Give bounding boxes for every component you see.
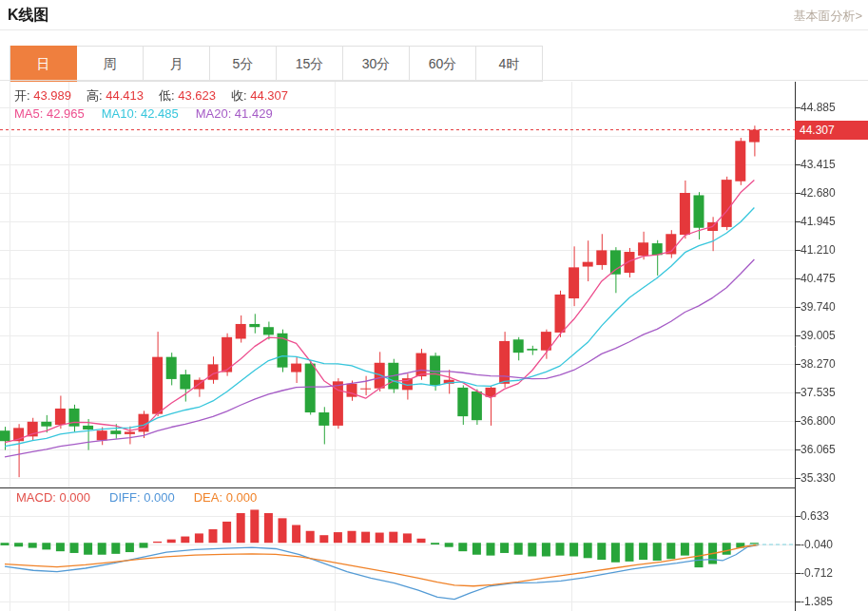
fundamental-analysis-link[interactable]: 基本面分析> — [793, 8, 862, 25]
macd-row-item: DEA: 0.000 — [194, 490, 258, 505]
macd-tick-label: -1.385 — [800, 594, 833, 609]
period-tab-4时[interactable]: 4时 — [476, 46, 543, 82]
quote-row-item: 开: 43.989 — [14, 88, 71, 103]
ohlc-readout-row: 开: 43.989高: 44.413低: 43.623收: 44.307 — [14, 87, 303, 105]
macd-tick-label: 0.633 — [800, 508, 829, 524]
ma-legend-row: MA5: 42.965MA10: 42.485MA20: 41.429 — [14, 106, 290, 121]
price-tick-label: 41.945 — [800, 214, 836, 229]
quote-row-item: 收: 44.307 — [231, 88, 288, 103]
price-tick-label: 36.065 — [800, 442, 836, 457]
ma-row-item: MA20: 41.429 — [196, 106, 273, 121]
current-price-badge: 44.307 — [795, 121, 868, 140]
quote-row-item: 低: 43.623 — [159, 88, 216, 103]
price-tick-label: 39.005 — [800, 328, 836, 343]
period-tab-strip: 日周月5分15分30分60分4时 — [10, 46, 543, 82]
price-tick-label: 44.885 — [800, 100, 836, 115]
price-tick-label: 43.415 — [800, 157, 836, 172]
price-tick-label: 38.270 — [800, 356, 836, 372]
kline-page: K线图 基本面分析> 日周月5分15分30分60分4时 开: 43.989高: … — [0, 0, 868, 611]
period-tab-周[interactable]: 周 — [77, 46, 144, 82]
price-tick-label: 35.330 — [800, 470, 836, 486]
price-tick-label: 36.800 — [800, 413, 836, 429]
period-tab-月[interactable]: 月 — [144, 46, 210, 82]
quote-row-item: 高: 44.413 — [87, 88, 144, 103]
macd-row-item: MACD: 0.000 — [16, 490, 90, 505]
price-tick-label: 40.475 — [800, 271, 836, 286]
period-tab-60分[interactable]: 60分 — [410, 46, 476, 82]
price-tick-label: 37.535 — [800, 385, 836, 400]
title-divider — [0, 29, 868, 30]
price-tick-label: 42.680 — [800, 185, 836, 200]
page-title: K线图 — [8, 6, 49, 26]
ma-row-item: MA10: 42.485 — [102, 106, 179, 121]
tab-strip-underline — [0, 80, 868, 81]
macd-row-item: DIFF: 0.000 — [109, 490, 175, 505]
macd-tick-label: -0.712 — [800, 565, 833, 581]
macd-tick-label: -0.040 — [800, 537, 833, 552]
price-tick-label: 39.740 — [800, 299, 836, 315]
period-tab-日[interactable]: 日 — [10, 46, 77, 82]
period-tab-5分[interactable]: 5分 — [210, 46, 277, 82]
period-tab-15分[interactable]: 15分 — [277, 46, 343, 82]
price-tick-label: 41.210 — [800, 242, 836, 258]
macd-legend-row: MACD: 0.000DIFF: 0.000DEA: 0.000 — [16, 490, 276, 505]
ma-row-item: MA5: 42.965 — [14, 106, 85, 121]
period-tab-30分[interactable]: 30分 — [343, 46, 410, 82]
